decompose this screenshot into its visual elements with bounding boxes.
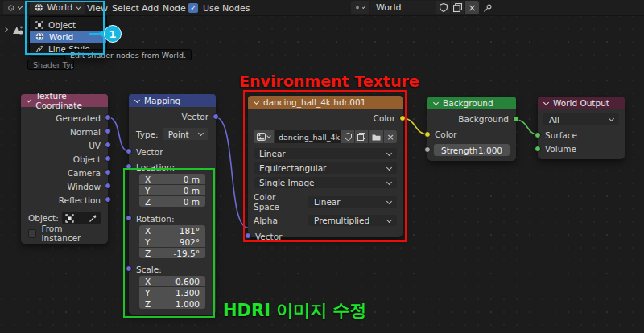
pin-button[interactable]: [481, 0, 494, 16]
object-field-label: Object:: [28, 213, 59, 223]
node-background[interactable]: Background Background Color Strength 1.0…: [427, 97, 516, 161]
socket-vector-output[interactable]: [213, 113, 219, 120]
socket-reflection-output[interactable]: [105, 196, 111, 203]
node-world-output[interactable]: World Output All Surface Volume: [538, 97, 625, 159]
output-label: Background: [458, 114, 509, 124]
strength-label: Strength: [441, 146, 477, 155]
strength-row: Strength 1.000: [427, 144, 516, 156]
menu-node[interactable]: Node: [163, 0, 186, 16]
output-row: Normal: [21, 125, 108, 138]
output-row: Camera: [21, 166, 108, 179]
menu-add[interactable]: Add: [142, 0, 159, 16]
output-row: UV: [21, 138, 108, 152]
collapse-icon[interactable]: [543, 99, 549, 105]
cyan-highlight-box: [25, 1, 105, 55]
world-name-value: World: [376, 2, 402, 13]
collapse-icon[interactable]: [134, 97, 140, 102]
node-header-background[interactable]: Background: [427, 97, 516, 109]
socket-window-output[interactable]: [105, 183, 111, 189]
target-value: All: [549, 115, 559, 125]
editor-type-button[interactable]: [3, 1, 26, 14]
menu-label: Add: [142, 3, 159, 14]
close-icon: ×: [468, 2, 476, 14]
socket-surface-input[interactable]: [535, 132, 541, 138]
node-header-texture-coordinate[interactable]: Texture Coordinate: [21, 94, 108, 107]
unlink-world-button[interactable]: ×: [465, 1, 479, 14]
type-dropdown[interactable]: Point: [163, 128, 208, 140]
node-header-mapping[interactable]: Mapping: [129, 94, 216, 107]
use-nodes-label: Use Nodes: [203, 3, 250, 14]
collapse-icon[interactable]: [27, 97, 32, 103]
target-row: All: [538, 113, 625, 125]
object-field-row: Object:: [21, 212, 108, 224]
check-icon: ✓: [190, 4, 196, 12]
node-title: Texture Coordinate: [35, 91, 101, 110]
tooltip-property-text: Shader Type: [33, 60, 74, 69]
menu-select[interactable]: Select: [112, 0, 139, 16]
socket-vector-input[interactable]: [126, 148, 132, 154]
eyedropper-icon[interactable]: [89, 214, 97, 223]
strength-value: 1.000: [478, 146, 502, 155]
shader-editor-icon: [8, 3, 14, 13]
output-label: Generated: [56, 113, 101, 123]
copy-icon: [453, 3, 462, 12]
object-icon: [65, 214, 74, 223]
socket-generated-output[interactable]: [105, 114, 111, 121]
node-title: Mapping: [144, 96, 180, 105]
use-nodes-toggle[interactable]: ✓ Use Nodes: [188, 0, 250, 16]
output-row: Vector: [129, 110, 216, 123]
socket-normal-output[interactable]: [105, 128, 111, 134]
output-row: Background: [427, 113, 516, 125]
fake-user-button[interactable]: [436, 1, 450, 14]
output-label: Vector: [182, 112, 208, 121]
chevron-down-icon: [362, 5, 365, 8]
surface-input-label: Surface: [545, 130, 577, 140]
shield-icon: [440, 3, 448, 12]
world-name-field[interactable]: World: [370, 1, 436, 14]
output-label: Object: [73, 154, 101, 164]
menu-label: Select: [112, 3, 139, 14]
vector-input-row: Vector: [129, 146, 216, 158]
chevron-down-icon: [198, 130, 204, 136]
output-label: Camera: [68, 168, 101, 178]
annotation-tool-icon[interactable]: [11, 23, 25, 37]
type-label: Type:: [136, 130, 159, 139]
environment-texture-annotation: Environment Texture: [239, 72, 411, 90]
socket-object-output[interactable]: [105, 155, 111, 162]
pin-icon: [483, 3, 493, 13]
node-header-world-output[interactable]: World Output: [538, 97, 625, 109]
socket-background-output[interactable]: [513, 116, 519, 122]
from-instancer-checkbox[interactable]: [28, 229, 36, 238]
output-label: Window: [68, 182, 101, 191]
output-label: Normal: [70, 127, 101, 137]
collapse-icon[interactable]: [433, 99, 439, 105]
socket-camera-output[interactable]: [105, 169, 111, 175]
duplicate-world-button[interactable]: [451, 1, 464, 14]
target-dropdown[interactable]: All: [543, 113, 619, 125]
type-value: Point: [168, 130, 189, 139]
chevron-down-icon: [609, 116, 614, 121]
red-highlight-box: [243, 90, 407, 242]
strength-field[interactable]: Strength 1.000: [434, 144, 510, 156]
checkbox-icon: ✓: [188, 3, 198, 13]
socket-volume-input[interactable]: [535, 146, 541, 152]
socket-color-input[interactable]: [424, 131, 431, 138]
volume-input-row: Volume: [538, 143, 625, 154]
node-title: Background: [443, 98, 493, 108]
menu-label: Node: [163, 3, 186, 14]
world-browse-button[interactable]: [351, 1, 369, 14]
from-instancer-label: From Instancer: [41, 224, 101, 243]
green-highlight-box: [123, 168, 215, 318]
output-label: Reflection: [59, 195, 101, 205]
output-row: Window: [21, 179, 108, 193]
type-row: Type: Point: [129, 128, 216, 140]
object-field[interactable]: [62, 212, 101, 224]
node-texture-coordinate[interactable]: Texture Coordinate Generated Normal UV O…: [21, 94, 108, 244]
output-label: UV: [89, 141, 101, 150]
socket-strength-input[interactable]: [424, 146, 431, 153]
volume-input-label: Volume: [545, 144, 576, 154]
world-icon: [356, 3, 359, 12]
color-input-row: Color: [427, 129, 516, 140]
socket-uv-output[interactable]: [105, 142, 111, 148]
surface-input-row: Surface: [538, 130, 625, 141]
